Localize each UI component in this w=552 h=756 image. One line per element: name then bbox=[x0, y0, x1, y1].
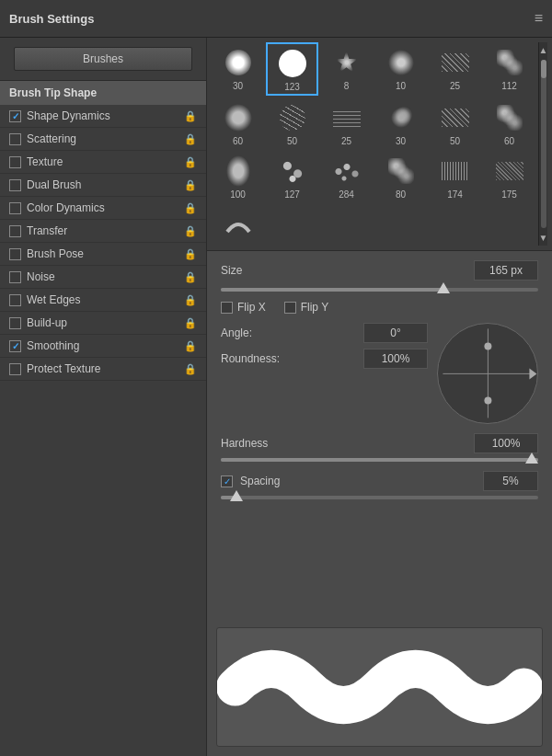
brush-cell-17[interactable]: 175 bbox=[483, 151, 535, 202]
size-slider-fill bbox=[221, 288, 443, 292]
brush-cell-16[interactable]: 174 bbox=[429, 151, 481, 202]
checkbox-smoothing[interactable] bbox=[9, 340, 21, 352]
menu-icon[interactable]: ≡ bbox=[535, 10, 543, 27]
setting-item-wet-edges[interactable]: Wet Edges🔒 bbox=[0, 289, 206, 312]
lock-icon-color-dynamics: 🔒 bbox=[184, 202, 197, 214]
brush-stroke-path bbox=[236, 669, 524, 704]
brush-cell-2[interactable]: 8 bbox=[320, 42, 373, 96]
setting-item-transfer[interactable]: Transfer🔒 bbox=[0, 220, 206, 243]
lock-icon-protect-texture: 🔒 bbox=[184, 363, 197, 375]
brush-cell-5[interactable]: 112 bbox=[483, 42, 535, 96]
flip-y-label: Flip Y bbox=[301, 301, 328, 314]
brush-cell-0[interactable]: 30 bbox=[212, 42, 264, 96]
size-slider-container bbox=[221, 288, 538, 292]
setting-item-smoothing[interactable]: Smoothing🔒 bbox=[0, 335, 206, 358]
lock-icon-shape-dynamics: 🔒 bbox=[184, 110, 197, 122]
angle-row: Angle: bbox=[221, 323, 428, 343]
scroll-up-arrow[interactable]: ▲ bbox=[539, 45, 548, 55]
spacing-slider-thumb[interactable] bbox=[230, 490, 243, 501]
setting-item-protect-texture[interactable]: Protect Texture🔒 bbox=[0, 358, 206, 381]
settings-list: Shape Dynamics🔒Scattering🔒Texture🔒Dual B… bbox=[0, 105, 206, 756]
checkbox-transfer[interactable] bbox=[9, 225, 21, 237]
brush-shape-rough2-11 bbox=[497, 105, 523, 131]
brushes-button[interactable]: Brushes bbox=[14, 47, 192, 71]
spacing-slider-track[interactable] bbox=[221, 496, 538, 499]
size-slider-thumb[interactable] bbox=[437, 282, 450, 293]
brush-cell-10[interactable]: 50 bbox=[429, 97, 481, 149]
checkbox-build-up[interactable] bbox=[9, 317, 21, 329]
brush-shape-wispy-8 bbox=[333, 109, 361, 127]
brush-shape-lines2-17 bbox=[496, 162, 523, 180]
brush-cell-12[interactable]: 100 bbox=[212, 151, 264, 202]
checkbox-shape-dynamics[interactable] bbox=[9, 110, 21, 122]
angle-dial[interactable] bbox=[437, 323, 538, 424]
spacing-checkbox[interactable] bbox=[221, 475, 233, 487]
brush-cell-9[interactable]: 30 bbox=[374, 97, 427, 149]
label-shape-dynamics: Shape Dynamics bbox=[27, 109, 110, 122]
checkbox-color-dynamics[interactable] bbox=[9, 202, 21, 214]
flip-y-checkbox[interactable] bbox=[284, 302, 296, 314]
brush-cell-7[interactable]: 50 bbox=[266, 97, 318, 149]
brush-cell-18[interactable] bbox=[212, 204, 264, 246]
hardness-input[interactable] bbox=[474, 433, 538, 453]
setting-item-build-up[interactable]: Build-up🔒 bbox=[0, 312, 206, 335]
brush-cell-3[interactable]: 10 bbox=[374, 42, 427, 96]
label-smoothing: Smoothing bbox=[27, 339, 79, 352]
setting-item-noise[interactable]: Noise🔒 bbox=[0, 266, 206, 289]
scroll-down-arrow[interactable]: ▼ bbox=[539, 233, 548, 243]
brush-cell-15[interactable]: 80 bbox=[374, 151, 427, 202]
setting-item-shape-dynamics[interactable]: Shape Dynamics🔒 bbox=[0, 105, 206, 128]
angle-input[interactable] bbox=[363, 323, 428, 343]
setting-item-scattering[interactable]: Scattering🔒 bbox=[0, 128, 206, 151]
scroll-thumb[interactable] bbox=[541, 60, 546, 78]
setting-item-dual-brush[interactable]: Dual Brush🔒 bbox=[0, 174, 206, 197]
setting-left-color-dynamics: Color Dynamics bbox=[9, 201, 105, 214]
checkbox-brush-pose[interactable] bbox=[9, 248, 21, 260]
hardness-slider-thumb[interactable] bbox=[525, 452, 538, 464]
brush-size-label-4: 25 bbox=[450, 81, 460, 91]
brush-cell-8[interactable]: 25 bbox=[320, 97, 373, 149]
setting-item-brush-pose[interactable]: Brush Pose🔒 bbox=[0, 243, 206, 266]
setting-left-wet-edges: Wet Edges bbox=[9, 293, 80, 306]
size-input[interactable] bbox=[474, 260, 538, 281]
brush-preview-11 bbox=[492, 100, 527, 135]
spacing-input[interactable] bbox=[483, 471, 538, 491]
setting-left-transfer: Transfer bbox=[9, 224, 67, 237]
setting-item-texture[interactable]: Texture🔒 bbox=[0, 151, 206, 174]
brush-cell-11[interactable]: 60 bbox=[483, 97, 535, 149]
setting-left-noise: Noise bbox=[9, 270, 55, 283]
setting-left-protect-texture: Protect Texture bbox=[9, 362, 100, 375]
brush-shape-lines-16 bbox=[442, 162, 469, 180]
setting-left-texture: Texture bbox=[9, 155, 63, 168]
hardness-slider-track[interactable] bbox=[221, 458, 538, 462]
checkbox-dual-brush[interactable] bbox=[9, 179, 21, 191]
checkbox-wet-edges[interactable] bbox=[9, 294, 21, 306]
dial-crosshair bbox=[443, 328, 532, 418]
size-slider-track[interactable] bbox=[221, 288, 538, 292]
checkbox-texture[interactable] bbox=[9, 156, 21, 168]
brush-preview-canvas bbox=[216, 627, 543, 747]
brush-size-label-1: 123 bbox=[284, 82, 300, 92]
brush-cell-14[interactable]: 284 bbox=[320, 151, 373, 202]
checkbox-scattering[interactable] bbox=[9, 133, 21, 145]
lock-icon-wet-edges: 🔒 bbox=[184, 294, 197, 306]
brush-size-label-0: 30 bbox=[233, 81, 243, 91]
brush-shape-soft-0 bbox=[225, 50, 251, 75]
brush-cell-1[interactable]: 123 bbox=[266, 42, 318, 96]
setting-item-color-dynamics[interactable]: Color Dynamics🔒 bbox=[0, 197, 206, 220]
dial-arrow bbox=[530, 368, 537, 379]
brush-shape-rough-5 bbox=[497, 50, 523, 75]
brush-cell-4[interactable]: 25 bbox=[429, 42, 481, 96]
checkbox-protect-texture[interactable] bbox=[9, 363, 21, 375]
checkbox-noise[interactable] bbox=[9, 271, 21, 283]
brush-size-label-13: 127 bbox=[284, 189, 300, 200]
roundness-input[interactable] bbox=[363, 349, 428, 369]
angle-controls: Angle: Roundness: bbox=[221, 323, 428, 424]
flip-x-checkbox[interactable] bbox=[221, 302, 233, 314]
brush-picker-scrollbar[interactable]: ▲ ▼ bbox=[538, 42, 547, 246]
brush-size-label-8: 25 bbox=[341, 136, 351, 146]
brush-preview-9 bbox=[384, 100, 419, 135]
spacing-slider-container bbox=[221, 496, 538, 499]
brush-cell-13[interactable]: 127 bbox=[266, 151, 318, 202]
brush-cell-6[interactable]: 60 bbox=[212, 97, 264, 149]
